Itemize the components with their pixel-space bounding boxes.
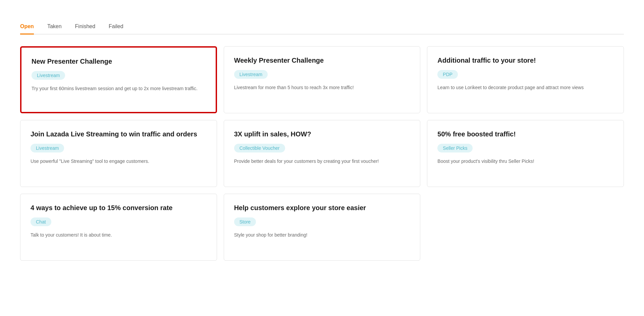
challenge-card-1[interactable]: New Presenter Challenge Livestream Try y… (20, 46, 217, 113)
card-description: Learn to use Lorikeet to decorate produc… (437, 84, 613, 91)
tabs-nav: Open Taken Finished Failed (20, 23, 624, 35)
card-tag: Collectible Voucher (234, 144, 285, 152)
card-tag: Chat (31, 217, 51, 226)
challenge-card-5[interactable]: 3X uplift in sales, HOW? Collectible Vou… (224, 120, 421, 187)
card-title: Additional traffic to your store! (437, 56, 613, 65)
card-description: Talk to your customers! It is about time… (31, 232, 207, 239)
challenge-card-7[interactable]: 4 ways to achieve up to 15% conversion r… (20, 194, 217, 261)
challenge-card-3[interactable]: Additional traffic to your store! PDP Le… (427, 46, 624, 113)
card-title: New Presenter Challenge (32, 57, 206, 66)
card-description: Livestream for more than 5 hours to reac… (234, 84, 410, 91)
card-description: Use powerful "Live Streaming" tool to en… (31, 158, 207, 165)
card-description: Boost your product's visibility thru Sel… (437, 158, 613, 165)
card-title: 3X uplift in sales, HOW? (234, 130, 410, 138)
card-tag: PDP (437, 70, 458, 79)
card-title: 50% free boosted traffic! (437, 130, 613, 138)
card-description: Style your shop for better branding! (234, 232, 410, 239)
card-title: Join Lazada Live Streaming to win traffi… (31, 130, 207, 138)
cards-grid: New Presenter Challenge Livestream Try y… (20, 46, 624, 261)
card-tag: Livestream (32, 71, 65, 80)
tab-taken[interactable]: Taken (47, 23, 62, 35)
tab-open[interactable]: Open (20, 23, 34, 35)
challenge-card-2[interactable]: Weekly Presenter Challenge Livestream Li… (224, 46, 421, 113)
card-tag: Store (234, 217, 256, 226)
card-title: 4 ways to achieve up to 15% conversion r… (31, 203, 207, 212)
card-tag: Livestream (31, 144, 64, 152)
tab-finished[interactable]: Finished (75, 23, 95, 35)
card-tag: Seller Picks (437, 144, 473, 152)
card-title: Help customers explore your store easier (234, 203, 410, 212)
challenge-card-6[interactable]: 50% free boosted traffic! Seller Picks B… (427, 120, 624, 187)
card-tag: Livestream (234, 70, 268, 79)
tab-failed[interactable]: Failed (109, 23, 123, 35)
challenge-card-4[interactable]: Join Lazada Live Streaming to win traffi… (20, 120, 217, 187)
card-title: Weekly Presenter Challenge (234, 56, 410, 65)
card-description: Try your first 60mins livestream session… (32, 85, 206, 92)
challenge-card-8[interactable]: Help customers explore your store easier… (224, 194, 421, 261)
card-description: Provide better deals for your customers … (234, 158, 410, 165)
